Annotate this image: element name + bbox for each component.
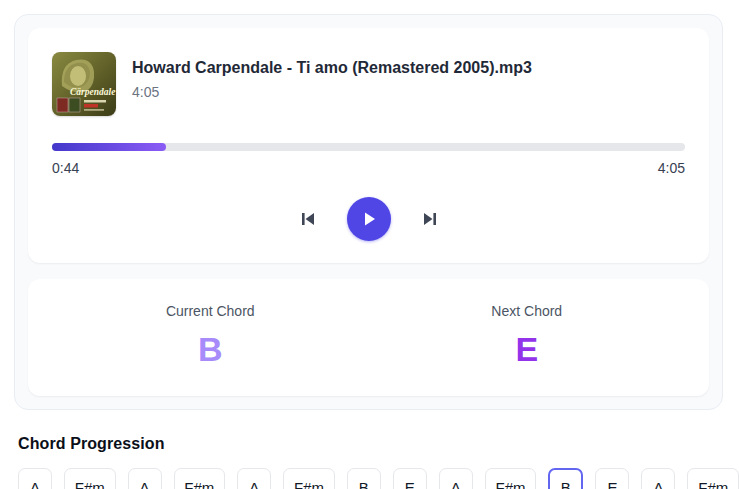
chord-chip-label: F#m xyxy=(75,479,105,489)
next-chord-label: Next Chord xyxy=(369,303,686,319)
chord-chip-11-b[interactable]: B xyxy=(548,468,583,489)
seek-bar[interactable] xyxy=(52,143,685,151)
album-art: Cärpendale xyxy=(52,52,116,116)
chord-chip-1-a[interactable]: A xyxy=(18,468,52,489)
next-chord-block: Next Chord E xyxy=(369,303,686,366)
track-title: Howard Carpendale - Ti amo (Remastered 2… xyxy=(132,59,532,77)
track-meta: Howard Carpendale - Ti amo (Remastered 2… xyxy=(132,52,532,100)
chord-chip-13-a[interactable]: A xyxy=(641,468,675,489)
chord-chip-6-fsm[interactable]: F#m xyxy=(283,468,335,489)
track-duration: 4:05 xyxy=(132,84,532,100)
player-panel: Cärpendale Howard Carpendale - Ti amo (R… xyxy=(14,14,723,410)
play-button[interactable] xyxy=(347,197,391,241)
album-art-image: Cärpendale xyxy=(52,52,116,116)
time-row: 0:44 4:05 xyxy=(52,160,685,176)
current-chord-block: Current Chord B xyxy=(52,303,369,366)
chord-chip-label: B xyxy=(561,479,571,489)
chord-chip-5-a[interactable]: A xyxy=(237,468,271,489)
total-time: 4:05 xyxy=(658,160,685,176)
track-header: Cärpendale Howard Carpendale - Ti amo (R… xyxy=(52,52,685,116)
chord-chip-12-e[interactable]: E xyxy=(595,468,629,489)
next-chord-value: E xyxy=(369,332,686,366)
chord-chip-label: E xyxy=(607,479,617,489)
chord-chip-label: A xyxy=(30,479,40,489)
play-icon xyxy=(360,210,378,228)
chord-chip-label: F#m xyxy=(698,479,728,489)
chord-chip-4-fsm[interactable]: F#m xyxy=(174,468,226,489)
chord-chip-label: A xyxy=(140,479,150,489)
chord-chip-label: A xyxy=(451,479,461,489)
next-track-button[interactable] xyxy=(419,208,441,230)
chord-chip-label: F#m xyxy=(495,479,525,489)
chord-progression-heading: Chord Progression xyxy=(18,435,739,453)
chord-chip-3-a[interactable]: A xyxy=(128,468,162,489)
chord-chip-10-fsm[interactable]: F#m xyxy=(485,468,537,489)
skip-forward-icon xyxy=(421,210,439,228)
playback-controls xyxy=(52,197,685,241)
chord-chip-label: F#m xyxy=(294,479,324,489)
chord-chip-label: F#m xyxy=(184,479,214,489)
chord-chip-label: A xyxy=(653,479,663,489)
previous-track-button[interactable] xyxy=(297,208,319,230)
chord-chip-2-fsm[interactable]: F#m xyxy=(64,468,116,489)
chord-chip-8-e[interactable]: E xyxy=(393,468,427,489)
chord-chip-label: E xyxy=(405,479,415,489)
skip-back-icon xyxy=(299,210,317,228)
chord-chip-9-a[interactable]: A xyxy=(439,468,473,489)
elapsed-time: 0:44 xyxy=(52,160,79,176)
seek-bar-fill xyxy=(52,143,166,151)
chord-chip-14-fsm[interactable]: F#m xyxy=(687,468,739,489)
chord-display-card: Current Chord B Next Chord E xyxy=(28,279,709,396)
svg-text:Cärpendale: Cärpendale xyxy=(70,87,116,97)
now-playing-card: Cärpendale Howard Carpendale - Ti amo (R… xyxy=(28,28,709,263)
chord-chip-7-b[interactable]: B xyxy=(347,468,381,489)
current-chord-label: Current Chord xyxy=(52,303,369,319)
chord-chip-label: B xyxy=(359,479,369,489)
chord-chip-label: A xyxy=(249,479,259,489)
current-chord-value: B xyxy=(52,332,369,366)
chord-progression-row: AF#mAF#mAF#mBEAF#mBEAF#m xyxy=(18,468,739,489)
